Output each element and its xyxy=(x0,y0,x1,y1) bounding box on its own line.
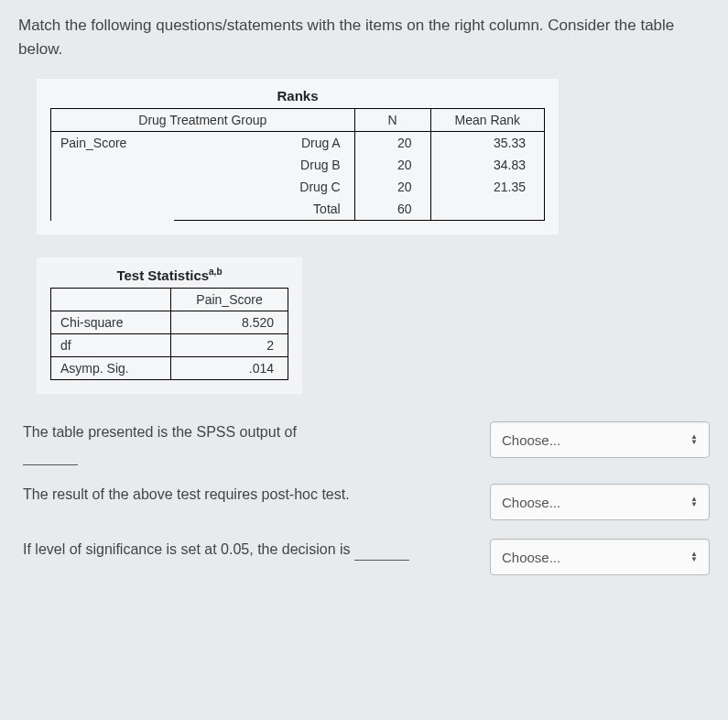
total-label: Total xyxy=(174,198,354,221)
mean-value: 21.35 xyxy=(430,176,544,198)
ranks-table-container: Ranks Drug Treatment Group N Mean Rank P… xyxy=(37,79,559,235)
stat-label: Asymp. Sig. xyxy=(51,357,171,380)
question-3: If level of significance is set at 0.05,… xyxy=(18,539,710,575)
stat-label: Chi-square xyxy=(51,311,171,334)
dropdown-q2[interactable]: Choose... ▲▼ xyxy=(490,484,710,520)
question-text: The result of the above test requires po… xyxy=(18,484,472,506)
table-row: Chi-square 8.520 xyxy=(51,311,288,334)
stat-value: 8.520 xyxy=(171,311,288,334)
mean-value: 34.83 xyxy=(430,154,544,176)
question-text: The table presented is the SPSS output o… xyxy=(18,421,472,465)
chevron-sort-icon: ▲▼ xyxy=(690,496,698,507)
n-value: 20 xyxy=(354,176,430,198)
mean-value xyxy=(430,198,544,221)
col-mean-rank: Mean Rank xyxy=(430,109,544,132)
ranks-title: Ranks xyxy=(50,88,545,104)
n-value: 60 xyxy=(354,198,430,221)
row-variable-label: Pain_Score xyxy=(51,132,175,221)
question-1: The table presented is the SPSS output o… xyxy=(18,421,710,465)
question-text: If level of significance is set at 0.05,… xyxy=(18,539,472,561)
col-n: N xyxy=(354,109,430,132)
table-row: Pain_Score Drug A 20 35.33 xyxy=(51,132,545,155)
dropdown-label: Choose... xyxy=(502,495,560,510)
stats-table-container: Test Statisticsa,b Pain_Score Chi-square… xyxy=(37,257,302,394)
drug-label: Drug B xyxy=(174,154,354,176)
blank-line xyxy=(23,453,78,465)
dropdown-q1[interactable]: Choose... ▲▼ xyxy=(490,421,710,458)
question-2: The result of the above test requires po… xyxy=(18,484,710,520)
drug-label: Drug C xyxy=(174,176,354,198)
stats-title: Test Statisticsa,b xyxy=(50,267,288,283)
dropdown-label: Choose... xyxy=(502,432,560,448)
drug-label: Drug A xyxy=(174,132,354,155)
dropdown-label: Choose... xyxy=(502,550,560,565)
empty-header xyxy=(51,289,171,311)
stat-label: df xyxy=(51,334,171,357)
chevron-sort-icon: ▲▼ xyxy=(690,551,698,562)
stat-value: 2 xyxy=(171,334,288,357)
col-drug-group: Drug Treatment Group xyxy=(51,109,355,132)
dropdown-q3[interactable]: Choose... ▲▼ xyxy=(490,539,710,575)
ranks-table: Drug Treatment Group N Mean Rank Pain_Sc… xyxy=(50,108,545,221)
stat-value: .014 xyxy=(171,357,288,380)
table-row: df 2 xyxy=(51,334,288,357)
n-value: 20 xyxy=(354,132,430,155)
stats-col-header: Pain_Score xyxy=(171,289,288,311)
n-value: 20 xyxy=(354,154,430,176)
table-row: Asymp. Sig. .014 xyxy=(51,357,288,380)
stats-table: Pain_Score Chi-square 8.520 df 2 Asymp. … xyxy=(50,288,288,380)
blank-line xyxy=(354,548,409,561)
mean-value: 35.33 xyxy=(430,132,544,155)
chevron-sort-icon: ▲▼ xyxy=(690,434,698,445)
instruction-text: Match the following questions/statements… xyxy=(18,14,710,60)
